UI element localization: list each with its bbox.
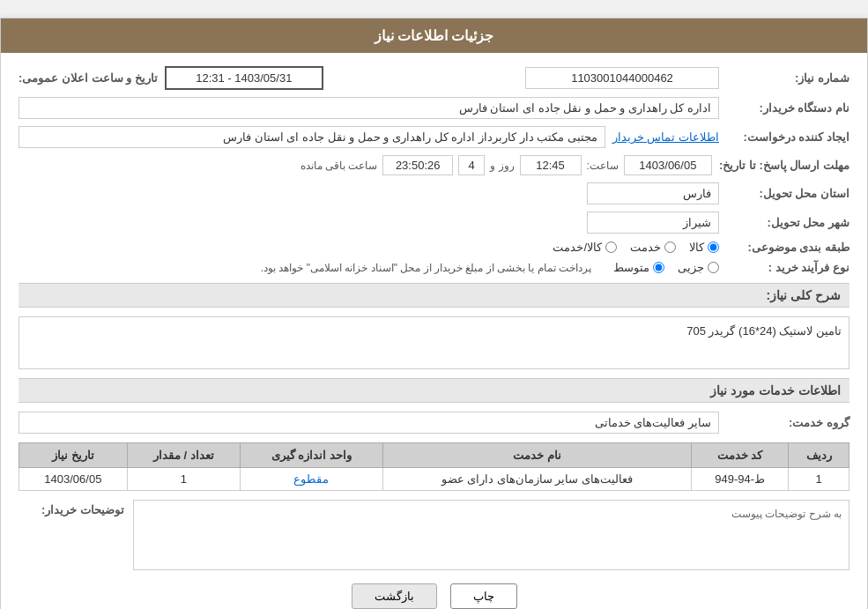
col-unit: واحد اندازه گیری xyxy=(240,443,382,468)
category-row: طبقه بندی موضوعی: کالا خدمت کالا/خدمت xyxy=(19,241,849,254)
back-button[interactable]: بازگشت xyxy=(352,583,437,609)
service-group-value: سایر فعالیت‌های خدماتی xyxy=(19,412,719,434)
cell-row-num: 1 xyxy=(789,468,849,491)
need-number-value: 1103001044000462 xyxy=(525,67,719,89)
buyer-description-box: به شرح توضیحات پیوست xyxy=(133,500,849,570)
need-number-row: شماره نیاز: 1103001044000462 1403/05/31 … xyxy=(19,66,849,90)
buyer-description-label: توضیحات خریدار: xyxy=(19,500,124,516)
main-container: جزئیات اطلاعات نیاز شماره نیاز: 11030010… xyxy=(0,18,868,609)
purchase-type-jozei[interactable]: جزیی xyxy=(678,261,719,274)
purchase-type-note: پرداخت تمام یا بخشی از مبلغ خریدار از مح… xyxy=(261,262,591,274)
purchaser-org-label: نام دستگاه خریدار: xyxy=(726,101,849,115)
cell-unit: مقطوع xyxy=(240,468,382,491)
category-radio-group: کالا خدمت کالا/خدمت xyxy=(553,241,719,254)
contact-info-link[interactable]: اطلاعات تماس خریدار xyxy=(612,130,719,144)
col-service-name: نام خدمت xyxy=(382,443,691,468)
cell-service-code: ط-94-949 xyxy=(691,468,788,491)
services-table-section: ردیف کد خدمت نام خدمت واحد اندازه گیری ت… xyxy=(19,442,849,491)
send-deadline-label: مهلت ارسال پاسخ: تا تاریخ: xyxy=(719,159,849,172)
table-body: 1 ط-94-949 فعالیت‌های سایر سازمان‌های دا… xyxy=(19,468,849,491)
service-group-row: گروه خدمت: سایر فعالیت‌های خدماتی xyxy=(19,412,849,434)
need-number-label: شماره نیاز: xyxy=(726,71,849,85)
city-label: شهر محل تحویل: xyxy=(726,216,849,229)
send-deadline-row: مهلت ارسال پاسخ: تا تاریخ: 1403/06/05 سا… xyxy=(19,155,849,175)
deadline-time: 12:45 xyxy=(520,155,582,175)
creator-row: ایجاد کننده درخواست: اطلاعات تماس خریدار… xyxy=(19,126,849,148)
services-info-header: اطلاعات خدمات مورد نیاز xyxy=(19,378,849,403)
creator-value: مجتبی مکتب دار کاربرداز اداره کل راهداری… xyxy=(19,126,605,148)
col-service-code: کد خدمت xyxy=(691,443,788,468)
purchase-type-row: نوع فرآیند خرید : جزیی متوسط پرداخت تمام… xyxy=(19,261,849,274)
deadline-datetime: 1403/06/05 ساعت: 12:45 روز و 4 23:50:26 … xyxy=(300,155,712,175)
deadline-remaining: 23:50:26 xyxy=(382,155,453,175)
cell-need-date: 1403/06/05 xyxy=(19,468,128,491)
category-khadamat[interactable]: خدمت xyxy=(630,241,676,254)
deadline-days: 4 xyxy=(458,155,485,175)
page-title: جزئیات اطلاعات نیاز xyxy=(375,28,494,43)
col-row-num: ردیف xyxy=(789,443,849,468)
deadline-remaining-label: ساعت باقی مانده xyxy=(300,160,378,172)
cell-quantity: 1 xyxy=(127,468,240,491)
cell-service-name: فعالیت‌های سایر سازمان‌های دارای عضو xyxy=(382,468,691,491)
need-description-area: تامین لاستیک (24*16) گریدر 705 xyxy=(19,316,849,369)
city-row: شهر محل تحویل: شیراز xyxy=(19,212,849,234)
purchase-type-motavaset[interactable]: متوسط xyxy=(613,261,664,274)
creator-label: ایجاد کننده درخواست: xyxy=(726,130,849,144)
announcement-date-value: 1403/05/31 - 12:31 xyxy=(165,66,323,90)
services-table: ردیف کد خدمت نام خدمت واحد اندازه گیری ت… xyxy=(19,442,849,491)
province-value: فارس xyxy=(587,182,719,204)
need-description-box: تامین لاستیک (24*16) گریدر 705 xyxy=(19,316,849,369)
deadline-time-label: ساعت: xyxy=(587,160,619,172)
deadline-days-label: روز و xyxy=(490,160,514,172)
print-button[interactable]: چاپ xyxy=(450,583,517,609)
need-description-header: شرح کلی نیاز: xyxy=(19,283,849,308)
purchaser-org-value: اداره کل راهداری و حمل و نقل جاده ای است… xyxy=(19,97,719,119)
category-kala-khadamat[interactable]: کالا/خدمت xyxy=(553,241,617,254)
col-quantity: تعداد / مقدار xyxy=(127,443,240,468)
purchase-type-radio-group: جزیی متوسط پرداخت تمام یا بخشی از مبلغ خ… xyxy=(261,261,719,274)
table-row: 1 ط-94-949 فعالیت‌های سایر سازمان‌های دا… xyxy=(19,468,849,491)
buyer-description-row: به شرح توضیحات پیوست توضیحات خریدار: xyxy=(19,500,849,570)
province-row: استان محل تحویل: فارس xyxy=(19,182,849,204)
content-area: شماره نیاز: 1103001044000462 1403/05/31 … xyxy=(1,53,867,609)
deadline-date: 1403/06/05 xyxy=(624,155,712,175)
service-group-label: گروه خدمت: xyxy=(726,416,849,429)
buyer-description-section: به شرح توضیحات پیوست توضیحات خریدار: xyxy=(19,500,849,570)
button-row: چاپ بازگشت xyxy=(19,583,849,609)
category-kala[interactable]: کالا xyxy=(689,241,719,254)
purchase-type-label: نوع فرآیند خرید : xyxy=(726,261,849,274)
city-value: شیراز xyxy=(587,212,719,234)
col-need-date: تاریخ نیاز xyxy=(19,443,128,468)
purchaser-org-row: نام دستگاه خریدار: اداره کل راهداری و حم… xyxy=(19,97,849,119)
category-label: طبقه بندی موضوعی: xyxy=(726,241,849,254)
province-label: استان محل تحویل: xyxy=(726,187,849,200)
page-header: جزئیات اطلاعات نیاز xyxy=(1,19,867,53)
announcement-date-label: تاریخ و ساعت اعلان عمومی: xyxy=(19,71,158,85)
table-header: ردیف کد خدمت نام خدمت واحد اندازه گیری ت… xyxy=(19,443,849,468)
